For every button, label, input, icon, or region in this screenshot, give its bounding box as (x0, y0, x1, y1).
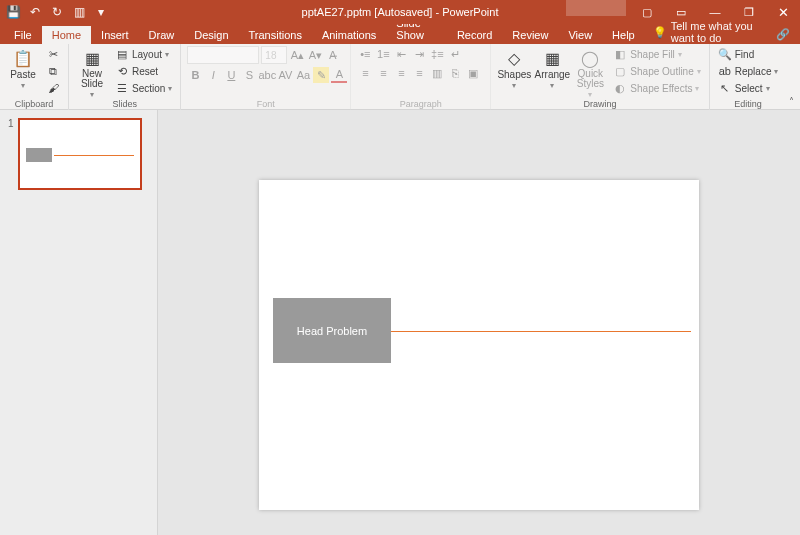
grow-font-icon[interactable]: A▴ (289, 47, 305, 63)
tab-home[interactable]: Home (42, 26, 91, 44)
bullets-icon[interactable]: •≡ (357, 46, 373, 62)
quick-styles-icon: ◯ (580, 48, 600, 68)
select-label: Select (735, 83, 763, 94)
smartart-icon[interactable]: ▣ (465, 65, 481, 81)
align-center-icon[interactable]: ≡ (375, 65, 391, 81)
tab-insert[interactable]: Insert (91, 26, 139, 44)
window-title: pptAE27.pptm [Autosaved] - PowerPoint (302, 6, 499, 18)
case-icon[interactable]: Aa (295, 67, 311, 83)
layout-icon: ▤ (115, 47, 129, 61)
align-text-icon[interactable]: ⎘ (447, 65, 463, 81)
tell-me-label: Tell me what you want to do (671, 20, 766, 44)
copy-icon: ⧉ (46, 64, 60, 78)
new-slide-button[interactable]: ▦ New Slide (75, 46, 109, 99)
section-button[interactable]: ☰Section (113, 80, 174, 96)
arrange-icon: ▦ (542, 48, 562, 68)
line-spacing-icon[interactable]: ‡≡ (429, 46, 445, 62)
increase-indent-icon[interactable]: ⇥ (411, 46, 427, 62)
numbering-icon[interactable]: 1≡ (375, 46, 391, 62)
shapes-button[interactable]: ◇ Shapes (497, 46, 531, 90)
bold-icon[interactable]: B (187, 67, 203, 83)
columns-icon[interactable]: ▥ (429, 65, 445, 81)
account-avatar[interactable] (566, 0, 626, 16)
layout-label: Layout (132, 49, 162, 60)
bucket-icon: ◧ (613, 47, 627, 61)
format-painter-button[interactable]: 🖌 (44, 80, 62, 96)
undo-icon[interactable]: ↶ (28, 5, 42, 19)
replace-label: Replace (735, 66, 772, 77)
close-button[interactable]: ✕ (766, 0, 800, 24)
find-button[interactable]: 🔍Find (716, 46, 781, 62)
cursor-icon: ↖ (718, 81, 732, 95)
group-drawing: ◇ Shapes ▦ Arrange ◯ Quick Styles ◧Shape… (491, 44, 709, 110)
select-button[interactable]: ↖Select (716, 80, 781, 96)
replace-button[interactable]: abReplace (716, 63, 781, 79)
start-from-beginning-icon[interactable]: ▥ (72, 5, 86, 19)
justify-icon[interactable]: ≡ (411, 65, 427, 81)
spacing-icon[interactable]: AV (277, 67, 293, 83)
thumbnail-number: 1 (8, 118, 14, 190)
thumbnail-preview[interactable] (18, 118, 142, 190)
share-button[interactable]: 🔗 (766, 25, 800, 44)
tab-draw[interactable]: Draw (139, 26, 185, 44)
slide[interactable]: Head Problem (259, 180, 699, 510)
qat-more-icon[interactable]: ▾ (94, 5, 108, 19)
shrink-font-icon[interactable]: A▾ (307, 47, 323, 63)
align-left-icon[interactable]: ≡ (357, 65, 373, 81)
shape-effects-button[interactable]: ◐Shape Effects (611, 80, 702, 96)
shape-fill-button[interactable]: ◧Shape Fill (611, 46, 702, 62)
outline-icon: ▢ (613, 64, 627, 78)
lightbulb-icon: 💡 (653, 26, 667, 39)
tab-design[interactable]: Design (184, 26, 238, 44)
strike-icon[interactable]: abc (259, 67, 275, 83)
tab-view[interactable]: View (558, 26, 602, 44)
arrange-button[interactable]: ▦ Arrange (535, 46, 569, 90)
scissors-icon: ✂ (46, 47, 60, 61)
font-name-combo[interactable] (187, 46, 259, 64)
group-label-slides: Slides (75, 99, 174, 110)
font-color-icon[interactable]: A (331, 67, 347, 83)
clipboard-icon: 📋 (13, 48, 33, 68)
font-size-combo[interactable]: 18 (261, 46, 287, 64)
arrange-label: Arrange (535, 69, 571, 80)
shape-line[interactable] (391, 331, 691, 332)
section-icon: ☰ (115, 81, 129, 95)
tab-help[interactable]: Help (602, 26, 645, 44)
collapse-ribbon-icon[interactable]: ˄ (789, 96, 794, 107)
italic-icon[interactable]: I (205, 67, 221, 83)
thumbnail-item[interactable]: 1 (8, 118, 149, 190)
reset-button[interactable]: ⟲Reset (113, 63, 174, 79)
thumb-shape-box (26, 148, 52, 162)
ribbon-tabs: File Home Insert Draw Design Transitions… (0, 24, 800, 44)
redo-icon[interactable]: ↻ (50, 5, 64, 19)
clear-format-icon[interactable]: A̶ (325, 47, 341, 63)
underline-icon[interactable]: U (223, 67, 239, 83)
tab-transitions[interactable]: Transitions (239, 26, 312, 44)
highlight-icon[interactable]: ✎ (313, 67, 329, 83)
align-right-icon[interactable]: ≡ (393, 65, 409, 81)
tab-file[interactable]: File (4, 26, 42, 44)
tab-record[interactable]: Record (447, 26, 502, 44)
shape-rectangle[interactable]: Head Problem (273, 298, 391, 363)
tab-animations[interactable]: Animations (312, 26, 386, 44)
copy-button[interactable]: ⧉ (44, 63, 62, 79)
text-direction-icon[interactable]: ↵ (447, 46, 463, 62)
paste-button[interactable]: 📋 Paste (6, 46, 40, 90)
shape-text: Head Problem (297, 325, 367, 337)
shapes-icon: ◇ (504, 48, 524, 68)
decrease-indent-icon[interactable]: ⇤ (393, 46, 409, 62)
group-editing: 🔍Find abReplace ↖Select Editing (710, 44, 787, 110)
shape-outline-button[interactable]: ▢Shape Outline (611, 63, 702, 79)
tell-me-search[interactable]: 💡 Tell me what you want to do (653, 20, 766, 44)
quick-styles-button[interactable]: ◯ Quick Styles (573, 46, 607, 99)
slide-canvas[interactable]: Head Problem (158, 110, 800, 535)
thumb-shape-line (54, 155, 134, 156)
tab-review[interactable]: Review (502, 26, 558, 44)
group-font: 18 A▴ A▾ A̶ B I U S abc AV Aa ✎ A Font (181, 44, 351, 110)
cut-button[interactable]: ✂ (44, 46, 62, 62)
layout-button[interactable]: ▤Layout (113, 46, 174, 62)
new-slide-icon: ▦ (82, 48, 102, 68)
shadow-icon[interactable]: S (241, 67, 257, 83)
save-icon[interactable]: 💾 (6, 5, 20, 19)
thumbnail-pane[interactable]: 1 (0, 110, 158, 535)
